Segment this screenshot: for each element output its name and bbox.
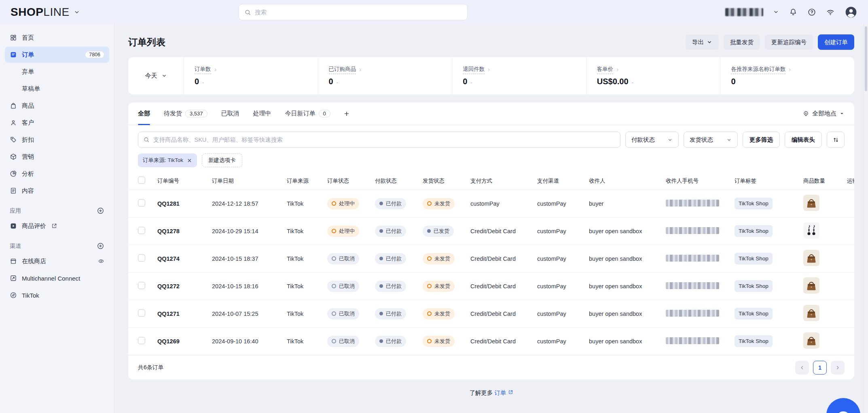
stat-label-link[interactable]: 已订购商品 <box>329 66 363 74</box>
order-number[interactable]: QQ1269 <box>157 338 212 345</box>
orders-search[interactable] <box>138 132 620 148</box>
order-number[interactable]: QQ1281 <box>157 200 212 207</box>
chevron-right-icon <box>213 68 218 72</box>
fulfillment-status-select[interactable]: 发货状态 <box>684 132 738 148</box>
stat-label-link[interactable]: 客单价 <box>597 66 620 74</box>
sidebar-nav-item[interactable]: 内容 <box>5 183 109 199</box>
sidebar-nav-item[interactable]: 营销 <box>5 149 109 165</box>
location-filter[interactable]: 全部地点 <box>802 110 845 117</box>
sidebar-nav-item[interactable]: 客户 <box>5 115 109 131</box>
chevron-right-icon <box>487 68 491 72</box>
global-search-input[interactable] <box>255 9 462 15</box>
update-tracking-button[interactable]: 更新追踪编号 <box>765 34 813 50</box>
sidebar-nav-item[interactable]: 首页 <box>5 30 109 46</box>
order-row[interactable]: QQ12812024-12-12 18:57TikTok处理中已付款未发货cus… <box>128 190 854 217</box>
product-thumbnail[interactable] <box>803 277 819 294</box>
product-thumbnail[interactable] <box>803 250 819 266</box>
date-range-select[interactable]: 今天 <box>128 57 184 94</box>
current-page[interactable]: 1 <box>813 361 827 375</box>
stat-label-link[interactable]: 各推荐来源名称订单数 <box>731 66 792 74</box>
product-thumbnail[interactable] <box>803 222 819 238</box>
location-icon <box>802 110 809 117</box>
row-checkbox[interactable] <box>138 227 145 234</box>
new-filter-tab-button[interactable]: 新建选项卡 <box>202 153 242 167</box>
close-icon[interactable] <box>187 158 192 163</box>
stat-label-link[interactable]: 订单数 <box>195 66 218 74</box>
sidebar-app-item[interactable]: 商品评价 <box>5 218 109 234</box>
add-tab-button[interactable]: + <box>344 102 349 125</box>
sidebar-nav-item[interactable]: 商品 <box>5 98 109 114</box>
sidebar-nav-item[interactable]: 弃单 <box>5 64 109 80</box>
sidebar-nav-item[interactable]: 分析 <box>5 166 109 182</box>
order-tab[interactable]: 全部 <box>138 102 150 125</box>
nav-item-label: 弃单 <box>22 68 34 76</box>
product-thumbnail[interactable] <box>803 332 819 349</box>
wifi-icon[interactable] <box>826 8 835 17</box>
sidebar-channel-item[interactable]: TikTok <box>5 287 109 303</box>
select-all-checkbox[interactable] <box>138 177 145 184</box>
avatar[interactable] <box>845 6 857 19</box>
orders-search-input[interactable] <box>153 136 615 143</box>
order-row[interactable]: QQ12722024-10-15 18:16TikTok已取消已付款未发货Cre… <box>128 272 854 300</box>
create-order-button[interactable]: 创建订单 <box>818 34 854 50</box>
row-checkbox[interactable] <box>138 309 145 317</box>
products-icon <box>10 102 17 109</box>
export-button[interactable]: 导出 <box>686 34 719 50</box>
filter-chip-order-source[interactable]: 订单来源: TikTok <box>138 153 197 167</box>
orders-card: 全部待发货3,537已取消处理中今日新订单0 + 全部地点 付款状态 发货状态 … <box>128 102 854 379</box>
chevron-down-icon[interactable] <box>74 9 80 15</box>
eye-icon[interactable] <box>98 258 104 264</box>
payment-status-select[interactable]: 付款状态 <box>625 132 679 148</box>
help-icon[interactable] <box>807 8 816 17</box>
product-thumbnail[interactable] <box>803 195 819 211</box>
next-page-button[interactable] <box>831 361 845 375</box>
product-thumbnail[interactable] <box>803 305 819 321</box>
scrollbar-thumb[interactable] <box>865 26 867 91</box>
order-number[interactable]: QQ1278 <box>157 228 212 234</box>
order-row[interactable]: QQ12782024-10-29 15:14TikTok处理中已付款已发货Cre… <box>128 217 854 245</box>
global-search[interactable] <box>239 4 468 20</box>
order-tag: TikTok Shop <box>735 280 773 292</box>
order-number[interactable]: QQ1271 <box>157 311 212 317</box>
order-number[interactable]: QQ1274 <box>157 255 212 262</box>
order-tab[interactable]: 已取消 <box>221 102 239 125</box>
add-app-icon[interactable] <box>97 207 104 215</box>
edit-columns-button[interactable]: 编辑表头 <box>785 132 822 148</box>
sidebar-nav-item[interactable]: 草稿单 <box>5 81 109 97</box>
active-filters: 订单来源: TikTok 新建选项卡 <box>128 148 854 172</box>
status-dot-icon <box>379 312 383 315</box>
order-tab[interactable]: 待发货3,537 <box>164 102 207 125</box>
sidebar-nav-item[interactable]: 折扣 <box>5 132 109 148</box>
column-header: 支付方式 <box>470 177 537 185</box>
sidebar-channel-item[interactable]: 在线商店 <box>5 253 109 269</box>
row-checkbox[interactable] <box>138 199 145 206</box>
bulk-ship-button[interactable]: 批量发货 <box>724 34 760 50</box>
row-checkbox[interactable] <box>138 337 145 344</box>
order-tab[interactable]: 处理中 <box>253 102 271 125</box>
stat-trend: - <box>470 80 472 85</box>
order-row[interactable]: QQ12742024-10-15 18:37TikTok已取消已付款未发货Cre… <box>128 245 854 272</box>
more-filters-button[interactable]: 更多筛选 <box>743 132 780 148</box>
status-dot-icon <box>427 229 431 233</box>
filter-row: 付款状态 发货状态 更多筛选 编辑表头 <box>128 125 854 148</box>
sort-button[interactable] <box>827 132 845 148</box>
store-chevron-down-icon[interactable] <box>773 9 779 15</box>
payment-channel: customPay <box>537 255 589 262</box>
sidebar-channel-item[interactable]: Multichannel Connect <box>5 270 109 286</box>
order-row[interactable]: QQ12712024-10-07 15:25TikTok已取消已付款未发货Cre… <box>128 300 854 328</box>
orders-help-link[interactable]: 订单 <box>495 390 513 396</box>
prev-page-button[interactable] <box>795 361 809 375</box>
status-badge: 未发货 <box>423 253 455 264</box>
order-row[interactable]: QQ12692024-09-10 16:40TikTok已取消已付款未发货Cre… <box>128 328 854 355</box>
stat-label-link[interactable]: 退回件数 <box>463 66 491 74</box>
order-tab[interactable]: 今日新订单0 <box>285 102 330 125</box>
discount-icon <box>10 136 17 143</box>
column-header: 订单来源 <box>287 177 327 185</box>
bell-icon[interactable] <box>789 8 798 17</box>
order-number[interactable]: QQ1272 <box>157 283 212 290</box>
add-channel-icon[interactable] <box>97 242 104 250</box>
sidebar-nav-item[interactable]: 订单7806 <box>5 47 109 63</box>
status-dot-icon <box>332 256 336 261</box>
row-checkbox[interactable] <box>138 254 145 262</box>
row-checkbox[interactable] <box>138 282 145 289</box>
